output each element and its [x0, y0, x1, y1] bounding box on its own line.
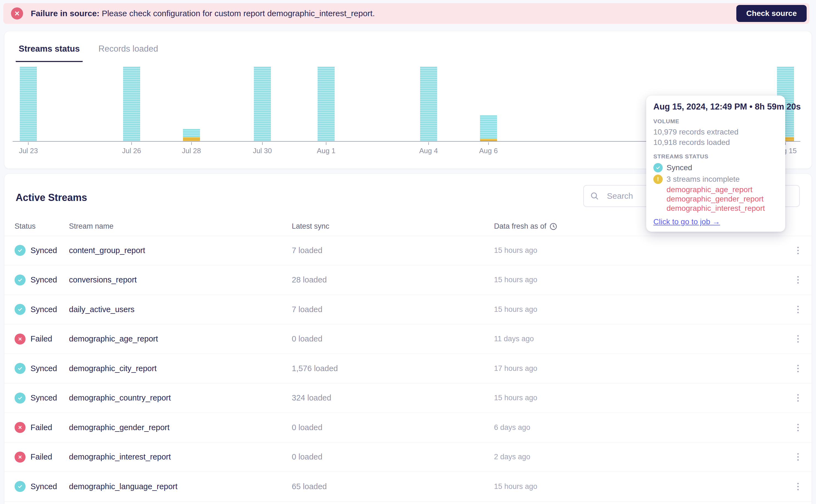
x-axis-label: Jul 23 — [9, 147, 47, 155]
records-loaded: 10,918 records loaded — [653, 138, 778, 147]
failed-badge-icon — [15, 422, 26, 433]
axis-tick — [428, 142, 429, 145]
check-source-button[interactable]: Check source — [736, 5, 807, 22]
column-header-status: Status — [15, 222, 69, 231]
incomplete-status-label: 3 streams incomplete — [667, 175, 740, 184]
table-row: Synceddemographic_language_report65 load… — [4, 472, 812, 502]
bar-segment-synced — [480, 115, 497, 139]
status-label: Synced — [30, 305, 57, 314]
x-axis-label: Jul 30 — [243, 147, 282, 155]
data-fresh: 15 hours ago — [494, 305, 790, 314]
latest-sync: 28 loaded — [292, 275, 494, 284]
incomplete-stream-link[interactable]: demographic_gender_report — [667, 194, 778, 204]
row-menu-button[interactable] — [792, 331, 804, 347]
data-fresh: 15 hours ago — [494, 482, 790, 491]
banner-message-rest: Please check configuration for custom re… — [99, 9, 375, 18]
latest-sync: 1,576 loaded — [292, 364, 494, 373]
chart-bar-jul-23[interactable] — [20, 67, 37, 141]
synced-badge-icon — [15, 393, 26, 404]
error-banner: Failure in source: Please check configur… — [3, 3, 809, 24]
row-menu-button[interactable] — [792, 242, 804, 259]
stream-name: demographic_age_report — [69, 334, 292, 343]
table-row: Syncedconversions_report28 loaded15 hour… — [4, 265, 812, 295]
synced-badge-icon — [15, 481, 26, 492]
synced-badge-icon — [15, 275, 26, 285]
column-header-latest-sync: Latest sync — [292, 222, 494, 231]
active-streams-title: Active Streams — [16, 192, 87, 203]
bar-segment-synced — [183, 129, 200, 137]
bar-segment-synced — [420, 67, 437, 141]
data-fresh: 15 hours ago — [494, 276, 790, 284]
x-axis-label: Jul 26 — [112, 147, 151, 155]
tab-streams-status[interactable]: Streams status — [16, 44, 83, 62]
chart-bar-jul-30[interactable] — [254, 67, 271, 141]
chart-bar-jul-26[interactable] — [123, 67, 140, 141]
axis-tick — [131, 142, 132, 145]
x-axis-label: Aug 4 — [409, 147, 448, 155]
stream-name: demographic_city_report — [69, 364, 292, 373]
axis-tick — [488, 142, 489, 145]
status-label: Synced — [30, 393, 57, 402]
data-fresh: 17 hours ago — [494, 364, 790, 373]
table-row: Syncedcontent_group_report7 loaded15 hou… — [4, 236, 812, 265]
bar-segment-synced — [318, 67, 335, 141]
warning-icon: ! — [653, 175, 663, 184]
failed-badge-icon — [15, 452, 26, 463]
incomplete-stream-links: demographic_age_reportdemographic_gender… — [667, 185, 778, 213]
chart-bar-aug-1[interactable] — [318, 67, 335, 141]
status-label: Synced — [30, 275, 57, 284]
row-menu-button[interactable] — [792, 360, 804, 377]
tab-records-loaded[interactable]: Records loaded — [95, 44, 161, 62]
axis-tick — [28, 142, 29, 145]
data-fresh: 11 days ago — [494, 335, 790, 343]
status-label: Synced — [30, 364, 57, 373]
row-menu-button[interactable] — [792, 419, 804, 436]
axis-tick — [326, 142, 326, 145]
bar-segment-incomplete — [183, 137, 200, 141]
row-menu-button[interactable] — [792, 449, 804, 465]
chart-bar-jul-28[interactable] — [183, 129, 200, 141]
streams-table: Syncedcontent_group_report7 loaded15 hou… — [4, 236, 812, 502]
x-axis-label: Aug 6 — [469, 147, 508, 155]
sync-tooltip: Aug 15, 2024, 12:49 PM • 8h 59m 20s VOLU… — [646, 96, 785, 232]
table-row: Faileddemographic_interest_report0 loade… — [4, 443, 812, 472]
synced-badge-icon — [15, 304, 26, 315]
synced-badge-icon — [15, 363, 26, 374]
status-label: Synced — [30, 482, 57, 491]
bar-segment-synced — [123, 67, 140, 141]
go-to-job-link[interactable]: Click to go to job → — [653, 217, 720, 226]
failed-badge-icon — [15, 334, 26, 345]
incomplete-stream-link[interactable]: demographic_interest_report — [667, 204, 778, 213]
row-menu-button[interactable] — [792, 272, 804, 288]
tooltip-title: Aug 15, 2024, 12:49 PM • 8h 59m 20s — [653, 102, 778, 112]
data-fresh: 15 hours ago — [494, 394, 790, 402]
bar-segment-synced — [254, 67, 271, 141]
chart-bar-aug-4[interactable] — [420, 67, 437, 141]
row-menu-button[interactable] — [792, 478, 804, 495]
table-row: Faileddemographic_age_report0 loaded11 d… — [4, 324, 812, 354]
error-circle-icon — [11, 7, 23, 19]
latest-sync: 7 loaded — [292, 246, 494, 255]
x-axis-label: Jul 28 — [172, 147, 211, 155]
stream-name: daily_active_users — [69, 305, 292, 314]
chart-bar-aug-6[interactable] — [480, 115, 497, 141]
stream-name: conversions_report — [69, 275, 292, 284]
data-fresh: 6 days ago — [494, 423, 790, 432]
stream-name: demographic_gender_report — [69, 423, 292, 432]
table-row: Synceddemographic_city_report1,576 loade… — [4, 354, 812, 383]
row-menu-button[interactable] — [792, 390, 804, 406]
latest-sync: 65 loaded — [292, 482, 494, 491]
table-row: Synceddaily_active_users7 loaded15 hours… — [4, 295, 812, 324]
clock-icon — [549, 222, 557, 231]
status-label: Failed — [30, 452, 52, 461]
incomplete-status-row: ! 3 streams incomplete — [653, 175, 778, 184]
latest-sync: 324 loaded — [292, 393, 494, 402]
stream-name: demographic_country_report — [69, 393, 292, 402]
row-menu-button[interactable] — [792, 301, 804, 318]
column-header-stream-name: Stream name — [69, 222, 292, 231]
table-row: Faileddemographic_gender_report0 loaded6… — [4, 413, 812, 443]
banner-message-bold: Failure in source: — [31, 9, 99, 18]
status-label: Synced — [30, 246, 57, 255]
incomplete-stream-link[interactable]: demographic_age_report — [667, 185, 778, 194]
axis-tick — [262, 142, 263, 145]
